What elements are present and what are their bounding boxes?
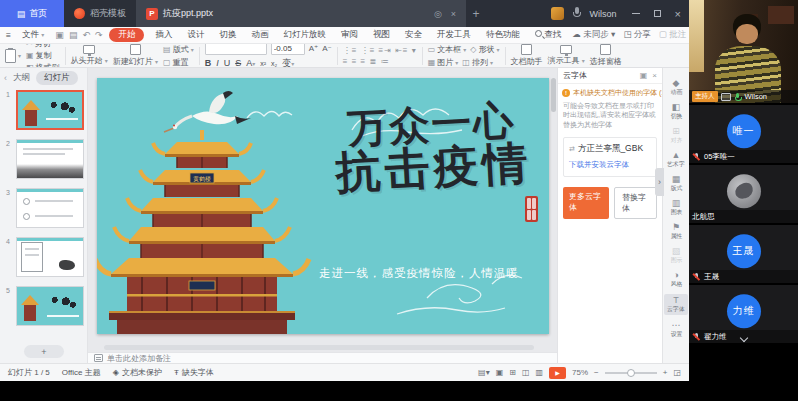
comment-button[interactable]: ▢ 批注 [659, 29, 686, 41]
horizontal-scrollbar[interactable] [104, 345, 534, 350]
new-tab-button[interactable]: + [466, 0, 486, 27]
strip-settings[interactable]: ⋯设置 [664, 320, 688, 339]
new-slide-button[interactable]: 新建幻灯片 ▾ [113, 44, 158, 67]
add-slide-button[interactable]: + [24, 345, 64, 358]
missing-font-status[interactable]: Ŧ缺失字体 [174, 367, 214, 378]
notes-bar[interactable]: 单击此处添加备注 [88, 352, 557, 363]
subscript-button[interactable]: x₂ [271, 60, 277, 67]
vertical-scrollbar[interactable] [551, 72, 556, 322]
strip-diagram[interactable]: ▧图示 [664, 246, 688, 265]
minimize-button[interactable] [632, 13, 640, 14]
strip-layout[interactable]: ▦版式 [664, 174, 688, 193]
bold-button[interactable]: B [205, 58, 212, 68]
download-font-link[interactable]: 下载并安装云字体 [569, 160, 651, 170]
participant-tile-wangsheng[interactable]: 王晟 王晟 [689, 225, 798, 283]
zoom-slider[interactable] [605, 372, 657, 374]
play-from-start-button[interactable]: 从头开始 ▾ [71, 45, 108, 66]
tab-home[interactable]: ▤ 首页 [0, 0, 64, 27]
superscript-button[interactable]: x² [260, 60, 266, 67]
align-tools-row[interactable]: ≡ ≡ ≡ ≣ ≔ [343, 57, 417, 66]
pin-icon[interactable]: ▣ [640, 71, 648, 80]
strip-cloud-font[interactable]: T云字体 [664, 294, 688, 315]
reset-button[interactable]: ▢重置 [163, 57, 194, 68]
menu-search[interactable]: 查找 [531, 28, 565, 42]
menu-review[interactable]: 审阅 [337, 28, 362, 42]
presentation-tools-button[interactable]: 演示工具 ▾ [548, 45, 585, 66]
tab-document-active[interactable]: P 抗疫ppt.pptx ◎ × [136, 0, 466, 27]
menu-view[interactable]: 视图 [369, 28, 394, 42]
protection-status[interactable]: ◈文档未保护 [113, 367, 162, 378]
menu-insert[interactable]: 插入 [151, 28, 176, 42]
tab-docer-templates[interactable]: 稻壳模板 [64, 0, 136, 27]
list-tools-row[interactable]: ⋮≡ ⋮≡ ≡⇥ ⇤≡ ▾ [343, 46, 417, 55]
member-badge-icon[interactable] [551, 7, 564, 20]
zoom-in-icon[interactable]: + [663, 368, 668, 377]
participant-tile-zhailiwei[interactable]: 力维 翟力维 [689, 285, 798, 343]
menu-file[interactable]: 文件 ▾ [18, 28, 48, 42]
strip-animation[interactable]: ◆动画 [664, 78, 688, 97]
tab-slides[interactable]: 幻灯片 [36, 71, 78, 85]
paste-button[interactable]: ▾ [5, 49, 21, 63]
decrease-font-icon[interactable]: A⁻ [322, 44, 332, 53]
view-normal-icon[interactable]: ▣ [496, 368, 504, 377]
slide-thumb-3[interactable]: 3 [6, 188, 86, 232]
menu-design[interactable]: 设计 [183, 28, 208, 42]
slide-title[interactable]: 万众一心 抗击疫情 [323, 98, 542, 196]
slide-subtitle[interactable]: 走进一线，感受疫情惊险，人情温暖 [319, 266, 544, 281]
arrange-button[interactable]: ◫排列▾ [462, 57, 493, 68]
menu-transition[interactable]: 切换 [215, 28, 240, 42]
shapes-button[interactable]: ◇形状▾ [470, 44, 499, 55]
picture-button[interactable]: ▦图片▾ [428, 57, 459, 68]
menu-home[interactable]: 开始 [109, 28, 144, 42]
strip-transition[interactable]: ◧切换 [664, 102, 688, 121]
menu-devtools[interactable]: 开发工具 [433, 28, 475, 42]
selection-pane-button[interactable]: 选择窗格 [590, 44, 622, 67]
participant-tile-liweiyi[interactable]: 唯一 05李唯一 [689, 105, 798, 163]
participant-tile-beihangsi[interactable]: 北航思 [689, 165, 798, 223]
fit-slide-icon[interactable]: ◲ [673, 368, 681, 377]
slideshow-play-button[interactable]: ▶ [549, 367, 566, 379]
menu-slideshow[interactable]: 幻灯片放映 [279, 28, 330, 42]
view-sorter-icon[interactable]: ⊞ [509, 368, 516, 377]
slide-thumb-1[interactable]: 1 [6, 90, 86, 134]
strip-align[interactable]: ⊞对齐 [664, 126, 688, 145]
zoom-out-icon[interactable]: − [594, 368, 599, 377]
strip-chart[interactable]: ▥图表 [664, 198, 688, 217]
view-notes-icon[interactable]: ▥ [536, 368, 544, 377]
account-name[interactable]: Wilson [590, 9, 617, 19]
more-cloud-fonts-button[interactable]: 更多云字体 [563, 187, 609, 219]
zoom-slider-knob[interactable] [627, 369, 635, 377]
hamburger-icon[interactable]: ≡ [6, 30, 11, 40]
tab-reminder-icon[interactable]: ◎ [434, 9, 442, 19]
undo-icon[interactable]: ↶ [82, 30, 90, 40]
italic-button[interactable]: I [216, 58, 219, 68]
strip-properties[interactable]: ⚑属性 [664, 222, 688, 241]
participant-tile-wilson[interactable]: 主持人 Wilson [689, 0, 798, 103]
font-size-input[interactable] [271, 44, 305, 55]
theme-name[interactable]: Office 主题 [62, 367, 101, 378]
slide-thumb-5[interactable]: 5 [6, 286, 86, 330]
close-button[interactable]: × [675, 8, 681, 20]
collapse-panel-icon[interactable]: ‹ [4, 73, 7, 83]
maximize-button[interactable] [654, 10, 661, 17]
font-color-button[interactable]: A▾ [246, 58, 255, 68]
save-icon[interactable]: ▣ [55, 30, 64, 40]
font-name-input[interactable] [205, 44, 267, 55]
slide-thumb-4[interactable]: 4 [6, 237, 86, 281]
redo-icon[interactable]: ↷ [95, 30, 103, 40]
replace-font-button[interactable]: 替换字体 [614, 187, 657, 219]
menu-features[interactable]: 特色功能 [482, 28, 524, 42]
tab-close-icon[interactable]: × [451, 9, 456, 19]
notes-toggle-icon[interactable]: ▤▾ [478, 368, 490, 377]
zoom-level[interactable]: 75% [572, 368, 588, 377]
voice-assistant-icon[interactable] [573, 7, 581, 20]
view-reading-icon[interactable]: ◫ [522, 368, 530, 377]
menu-animation[interactable]: 动画 [247, 28, 272, 42]
strip-wordart[interactable]: ▲艺术字 [664, 150, 688, 169]
strip-style[interactable]: ◑风格 [664, 270, 688, 289]
increase-font-icon[interactable]: A⁺ [309, 44, 319, 53]
print-icon[interactable]: ▤ [69, 30, 78, 40]
tab-outline[interactable]: 大纲 [13, 72, 30, 84]
copy-button[interactable]: ▣复制 [26, 50, 60, 61]
doc-assistant-button[interactable]: 文档助手 [511, 44, 543, 67]
